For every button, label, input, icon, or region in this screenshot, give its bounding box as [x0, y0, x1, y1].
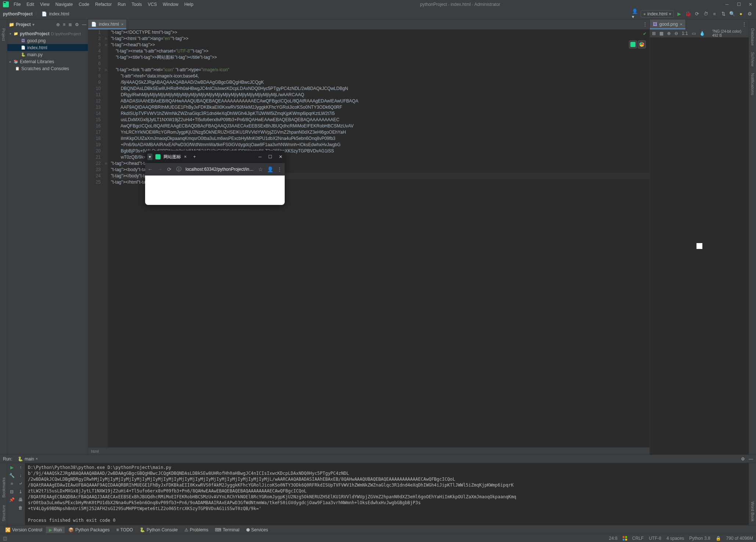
tab-options-icon[interactable]: ⋮	[742, 22, 746, 27]
search-icon[interactable]: 🔍	[729, 11, 735, 17]
ide-browser-icon[interactable]	[629, 40, 637, 48]
dropdown-icon[interactable]: ▾	[147, 153, 152, 160]
collapse-icon[interactable]: ≣	[68, 22, 72, 27]
browser-min-icon[interactable]: ─	[258, 154, 262, 159]
target-icon[interactable]: ⊕	[56, 22, 60, 27]
tree-root[interactable]: ▾📁pythonProjectD:\pythonProject	[7, 30, 88, 37]
coverage-icon[interactable]: ⟳	[694, 11, 700, 17]
trash-icon[interactable]: 🗑	[18, 505, 24, 511]
run-icon[interactable]: ▶	[676, 11, 683, 17]
site-info-icon[interactable]: ⓘ	[176, 166, 182, 173]
indent[interactable]: 4 spaces	[666, 536, 684, 541]
tip-icon[interactable]: ●	[738, 11, 744, 17]
hide-icon[interactable]: —	[82, 22, 86, 27]
menu-edit[interactable]: Edit	[24, 1, 37, 8]
minimize-icon[interactable]: ─	[724, 2, 730, 7]
gear-icon[interactable]: ⚙	[746, 11, 753, 17]
close-icon[interactable]: ✕	[748, 2, 753, 7]
reload-icon[interactable]: ⟳	[166, 166, 172, 172]
tool-icon[interactable]: 🔧	[9, 473, 15, 478]
pin-icon[interactable]: 📌	[9, 497, 15, 503]
problems-button[interactable]: ⚠Problems	[181, 527, 212, 533]
tree-item-good[interactable]: 🖼good.png	[7, 37, 88, 44]
down-icon[interactable]: ↓	[18, 473, 24, 478]
project-toolwindow-button[interactable]: Project	[1, 28, 6, 41]
menu-run[interactable]: Run	[115, 1, 128, 8]
stop-run-icon[interactable]: ■	[9, 481, 15, 487]
run-tab-main[interactable]: 🐍main×	[15, 456, 41, 462]
structure-button[interactable]: Structure	[1, 505, 6, 521]
python-packages-button[interactable]: 📦Python Packages	[65, 527, 112, 533]
menu-code[interactable]: Code	[76, 1, 92, 8]
toolwindows-icon[interactable]: ◫	[3, 536, 7, 541]
browser-max-icon[interactable]: ☐	[268, 154, 272, 159]
notifications-toolwindow-button[interactable]: Notifications	[750, 73, 755, 95]
menu-navigate[interactable]: Navigate	[53, 1, 75, 8]
wordbook-button[interactable]: Word Book	[750, 502, 755, 521]
tab-close-icon[interactable]: ×	[680, 22, 682, 26]
grid-icon[interactable]: ⊞	[652, 31, 656, 36]
python-console-button[interactable]: 🐍Python Console	[137, 527, 181, 533]
chrome-browser-icon[interactable]	[638, 40, 646, 48]
cursor-position[interactable]: 24:8	[609, 536, 618, 541]
memory[interactable]: 790 of 4096M	[726, 536, 753, 541]
tab-good-png[interactable]: 🖼good.png×	[650, 19, 686, 29]
services-button[interactable]: ⬢Services	[243, 527, 271, 533]
editor-breadcrumb[interactable]: html	[88, 447, 649, 455]
ms-icon[interactable]	[623, 536, 627, 541]
back-icon[interactable]: ←	[147, 166, 153, 172]
lock-icon[interactable]: 🔒	[716, 536, 721, 541]
menu-file[interactable]: File	[11, 1, 23, 8]
tree-item-main[interactable]: 🐍main.py	[7, 51, 88, 58]
settings-icon[interactable]: ⚙	[75, 22, 79, 27]
fit-icon[interactable]: ▭	[692, 31, 696, 36]
checker-icon[interactable]: ▦	[659, 31, 663, 36]
database-toolwindow-button[interactable]: Database	[750, 28, 755, 46]
menu-view[interactable]: View	[37, 1, 52, 8]
expand-icon[interactable]: ≡	[63, 22, 65, 27]
menu-vcs[interactable]: VCS	[145, 1, 159, 8]
star-icon[interactable]: ☆	[258, 166, 263, 172]
add-user-icon[interactable]: 👤▾	[632, 11, 638, 17]
menu-help[interactable]: Help	[182, 1, 196, 8]
up-icon[interactable]: ↑	[18, 465, 24, 470]
version-control-button[interactable]: 🔀Version Control	[2, 527, 45, 533]
stop-icon[interactable]: ■	[711, 11, 718, 17]
tree-item-index[interactable]: 📄index.html	[7, 44, 88, 51]
run-hide-icon[interactable]: —	[749, 456, 753, 462]
browser-close-icon[interactable]: ✕	[279, 154, 282, 159]
debug-icon[interactable]: 🐞	[685, 11, 691, 17]
image-viewport[interactable]	[650, 37, 749, 455]
zoom-in-icon[interactable]: ⊕	[667, 31, 671, 36]
color-picker-icon[interactable]: 💧	[699, 31, 705, 36]
menu-tools[interactable]: Tools	[129, 1, 144, 8]
browser-window[interactable]: ▾ 网站图标 × + ─ ☐ ✕ ← → ⟳ ⓘ localhost:63342…	[145, 151, 285, 205]
run-toolwindow-button[interactable]: ▶Run	[46, 527, 65, 533]
zoom-out-icon[interactable]: ⊖	[674, 31, 678, 36]
profile-icon[interactable]: 👤	[267, 166, 273, 172]
sdk[interactable]: Python 3.8	[689, 536, 710, 541]
address-field[interactable]: localhost:63342/pythonProject/index.html…	[186, 167, 254, 172]
menu-refactor[interactable]: Refactor	[93, 1, 114, 8]
maximize-icon[interactable]: ☐	[736, 2, 741, 7]
menu-window[interactable]: Window	[160, 1, 181, 8]
new-tab-icon[interactable]: +	[193, 154, 196, 159]
layout-icon[interactable]: ⊟	[9, 489, 15, 495]
tab-options-icon[interactable]: ⋮	[643, 22, 647, 27]
inspection-ok-icon[interactable]: ✔	[643, 31, 647, 37]
run-config-selector[interactable]: ●index.html▾	[641, 10, 674, 18]
todo-button[interactable]: ≡TODO	[113, 527, 136, 533]
tab-index[interactable]: 📄index.html×	[88, 19, 127, 29]
rerun-icon[interactable]: ▶	[9, 465, 15, 470]
tree-ext-libs[interactable]: ▸📚External Libraries	[7, 58, 88, 65]
git-icon[interactable]: ⇅	[720, 11, 727, 17]
breadcrumb[interactable]: pythonProject 〉 📄index.html	[3, 11, 69, 17]
sciview-toolwindow-button[interactable]: SciView	[750, 52, 755, 66]
scroll-icon[interactable]: ⤓	[18, 489, 24, 495]
run-settings-icon[interactable]: ⚙	[741, 456, 745, 462]
tree-scratches[interactable]: 📋Scratches and Consoles	[7, 65, 88, 72]
profile-icon[interactable]: ⏱	[702, 11, 709, 17]
bookmarks-button[interactable]: Bookmarks	[1, 477, 6, 498]
terminal-button[interactable]: ⌨Terminal	[212, 527, 242, 533]
line-sep[interactable]: CRLF	[632, 536, 644, 541]
